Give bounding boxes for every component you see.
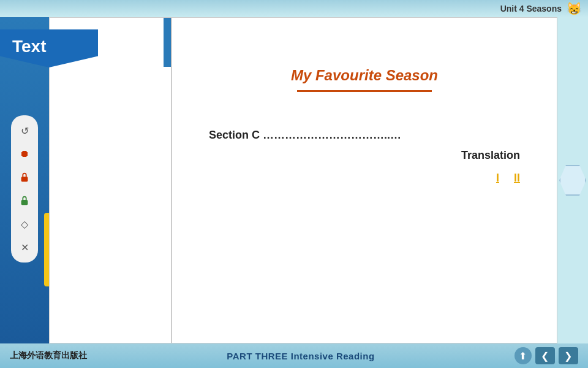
unit-title: Unit 4 Seasons <box>500 4 562 13</box>
text-label: Text <box>12 37 47 56</box>
title-underline <box>297 90 432 92</box>
undo-button[interactable]: ↺ <box>15 121 34 140</box>
translation-link-2[interactable]: II <box>514 172 520 185</box>
lock-green-button[interactable] <box>15 191 34 210</box>
content-title: My Favourite Season <box>209 67 520 84</box>
bottom-nav: ⬆ ❮ ❯ <box>514 347 578 364</box>
emoji-icon: 😸 <box>567 1 582 16</box>
left-sidebar: Text ↺ ⏺ ◇ ✕ <box>0 17 49 343</box>
hex-nav-button[interactable] <box>559 165 586 196</box>
svg-rect-0 <box>21 177 28 182</box>
blue-bar <box>164 18 171 67</box>
translation-link-1[interactable]: I <box>496 172 499 185</box>
lock-red-button[interactable] <box>15 168 34 186</box>
main-container: Text ↺ ⏺ ◇ ✕ <box>0 17 588 343</box>
section-label: PART THREE Intensive Reading <box>227 351 374 361</box>
content-main: My Favourite Season Section C …………………………… <box>172 17 557 343</box>
content-area: My Favourite Season Section C …………………………… <box>49 17 588 343</box>
eraser-button[interactable]: ◇ <box>15 215 34 233</box>
section-c-row: Section C ……………………………..… <box>209 129 520 142</box>
progress-bar <box>44 213 49 286</box>
top-bar: Unit 4 Seasons 😸 <box>0 0 588 17</box>
right-nav <box>557 17 588 343</box>
translation-row: Translation <box>209 149 520 162</box>
publisher-label: 上海外语教育出版社 <box>10 350 87 361</box>
bottom-bar: 上海外语教育出版社 PART THREE Intensive Reading ⬆… <box>0 343 588 368</box>
translation-links: I II <box>209 172 520 185</box>
tool-panel: ↺ ⏺ ◇ ✕ <box>11 115 38 263</box>
svg-rect-1 <box>21 200 28 205</box>
nav-next-button[interactable]: ❯ <box>559 347 578 364</box>
nav-prev-button[interactable]: ❮ <box>535 347 555 364</box>
content-left-panel <box>49 17 172 343</box>
nav-up-button[interactable]: ⬆ <box>514 347 532 364</box>
record-button[interactable]: ⏺ <box>15 145 34 163</box>
close-button[interactable]: ✕ <box>15 238 34 256</box>
